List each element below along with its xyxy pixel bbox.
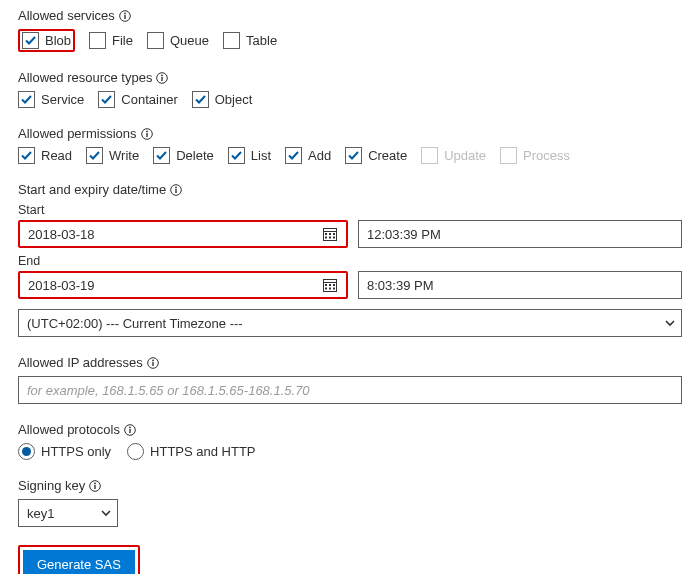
info-icon[interactable]	[170, 184, 182, 196]
checkbox-read[interactable]: Read	[18, 147, 72, 164]
allowed-ip-input[interactable]	[18, 376, 682, 404]
allowed-services-label: Allowed services	[18, 8, 115, 23]
info-icon[interactable]	[147, 357, 159, 369]
checkbox-list[interactable]: List	[228, 147, 271, 164]
allowed-permissions-section: Allowed permissions ReadWriteDeleteListA…	[18, 126, 682, 164]
svg-point-4	[162, 74, 164, 76]
generate-sas-button[interactable]: Generate SAS	[23, 550, 135, 574]
allowed-services-title: Allowed services	[18, 8, 682, 23]
allowed-protocols-section: Allowed protocols HTTPS onlyHTTPS and HT…	[18, 422, 682, 460]
checkbox-label: Process	[523, 148, 570, 163]
checkbox-box	[98, 91, 115, 108]
svg-point-1	[124, 12, 126, 14]
checkbox-label: Queue	[170, 33, 209, 48]
start-time-input[interactable]	[358, 220, 682, 248]
datetime-label: Start and expiry date/time	[18, 182, 166, 197]
checkbox-box	[223, 32, 240, 49]
radio-circle	[127, 443, 144, 460]
start-label: Start	[18, 203, 682, 217]
checkbox-update: Update	[421, 147, 486, 164]
allowed-ip-section: Allowed IP addresses	[18, 355, 682, 404]
svg-point-35	[94, 482, 96, 484]
allowed-protocols-label: Allowed protocols	[18, 422, 120, 437]
checkbox-box	[345, 147, 362, 164]
datetime-section: Start and expiry date/time Start End (UT…	[18, 182, 682, 337]
radio-https-and-http[interactable]: HTTPS and HTTP	[127, 443, 255, 460]
allowed-resource-types-title: Allowed resource types	[18, 70, 682, 85]
timezone-select[interactable]: (UTC+02:00) --- Current Timezone ---	[18, 309, 682, 337]
checkbox-label: List	[251, 148, 271, 163]
signing-key-select[interactable]: key1	[18, 499, 118, 527]
timezone-value: (UTC+02:00) --- Current Timezone ---	[27, 316, 243, 331]
checkbox-box	[18, 91, 35, 108]
allowed-ip-title: Allowed IP addresses	[18, 355, 682, 370]
svg-point-29	[152, 359, 154, 361]
checkbox-label: File	[112, 33, 133, 48]
generate-sas-highlight: Generate SAS	[18, 545, 140, 574]
checkbox-box	[153, 147, 170, 164]
signing-key-label: Signing key	[18, 478, 85, 493]
start-date-field[interactable]	[18, 220, 348, 248]
checkbox-delete[interactable]: Delete	[153, 147, 214, 164]
checkbox-container[interactable]: Container	[98, 91, 177, 108]
checkbox-label: Create	[368, 148, 407, 163]
svg-rect-36	[95, 485, 96, 489]
checkbox-label: Add	[308, 148, 331, 163]
allowed-protocols-title: Allowed protocols	[18, 422, 682, 437]
checkbox-box	[500, 147, 517, 164]
checkbox-write[interactable]: Write	[86, 147, 139, 164]
signing-key-value: key1	[27, 506, 54, 521]
radio-circle	[18, 443, 35, 460]
svg-rect-8	[146, 133, 147, 137]
allowed-permissions-title: Allowed permissions	[18, 126, 682, 141]
checkbox-label: Table	[246, 33, 277, 48]
checkbox-table[interactable]: Table	[223, 32, 277, 49]
checkbox-blob[interactable]: Blob	[18, 29, 75, 52]
end-date-input[interactable]	[20, 273, 346, 297]
allowed-ip-label: Allowed IP addresses	[18, 355, 143, 370]
svg-point-32	[129, 426, 131, 428]
info-icon[interactable]	[89, 480, 101, 492]
checkbox-box	[192, 91, 209, 108]
info-icon[interactable]	[156, 72, 168, 84]
start-date-input[interactable]	[20, 222, 346, 246]
checkbox-box	[147, 32, 164, 49]
end-date-field[interactable]	[18, 271, 348, 299]
checkbox-file[interactable]: File	[89, 32, 133, 49]
checkbox-box	[421, 147, 438, 164]
end-time-input[interactable]	[358, 271, 682, 299]
resource-types-label: Allowed resource types	[18, 70, 152, 85]
svg-rect-30	[152, 362, 153, 366]
datetime-title: Start and expiry date/time	[18, 182, 682, 197]
info-icon[interactable]	[141, 128, 153, 140]
signing-key-section: Signing key key1	[18, 478, 682, 527]
checkbox-box	[285, 147, 302, 164]
checkbox-add[interactable]: Add	[285, 147, 331, 164]
checkbox-process: Process	[500, 147, 570, 164]
allowed-resource-types-section: Allowed resource types ServiceContainerO…	[18, 70, 682, 108]
checkbox-object[interactable]: Object	[192, 91, 253, 108]
info-icon[interactable]	[124, 424, 136, 436]
checkbox-label: Container	[121, 92, 177, 107]
checkbox-label: Service	[41, 92, 84, 107]
radio-label: HTTPS only	[41, 444, 111, 459]
start-time-field[interactable]	[358, 220, 682, 248]
radio-https-only[interactable]: HTTPS only	[18, 443, 111, 460]
permissions-label: Allowed permissions	[18, 126, 137, 141]
allowed-services-section: Allowed services BlobFileQueueTable	[18, 8, 682, 52]
checkbox-label: Write	[109, 148, 139, 163]
svg-rect-5	[162, 77, 163, 81]
svg-rect-11	[175, 189, 176, 193]
end-time-field[interactable]	[358, 271, 682, 299]
checkbox-queue[interactable]: Queue	[147, 32, 209, 49]
checkbox-box	[86, 147, 103, 164]
checkbox-label: Delete	[176, 148, 214, 163]
radio-label: HTTPS and HTTP	[150, 444, 255, 459]
checkbox-label: Update	[444, 148, 486, 163]
checkbox-create[interactable]: Create	[345, 147, 407, 164]
checkbox-label: Object	[215, 92, 253, 107]
svg-rect-33	[129, 429, 130, 433]
svg-point-7	[146, 130, 148, 132]
info-icon[interactable]	[119, 10, 131, 22]
checkbox-service[interactable]: Service	[18, 91, 84, 108]
